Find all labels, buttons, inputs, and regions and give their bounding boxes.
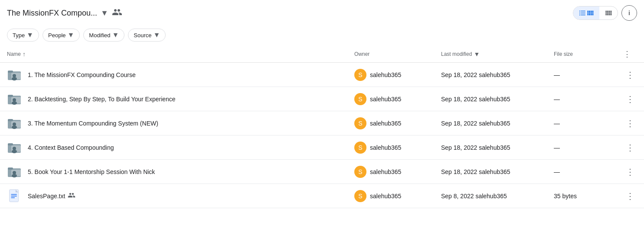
filters-bar: Type ▼ People ▼ Modified ▼ Source ▼ (0, 24, 644, 46)
avatar: S (354, 117, 366, 129)
size-cell: — (554, 96, 623, 103)
modified-cell: Sep 8, 2022 salehub365 (441, 193, 554, 200)
file-name-cell: 1. The MissionFX Compounding Course (7, 67, 354, 83)
filter-source-chevron-icon: ▼ (154, 31, 160, 39)
svg-rect-6 (8, 95, 13, 97)
more-options-button[interactable]: ⋮ (623, 141, 637, 155)
list-view-button[interactable] (573, 6, 599, 19)
owner-name: salehub365 (370, 193, 401, 200)
header-right: i (573, 5, 637, 21)
folder-icon (7, 67, 23, 83)
file-name-with-shared: SalesPage.txt (28, 191, 75, 201)
column-name[interactable]: Name ↑ (7, 51, 354, 58)
owner-cell: S salehub365 (354, 166, 441, 178)
modified-cell: Sep 18, 2022 salehub365 (441, 120, 554, 127)
filter-type-label: Type (13, 32, 25, 39)
owner-cell: S salehub365 (354, 69, 441, 81)
page-title: The MissionFX Compou... (7, 9, 97, 18)
column-last-modified[interactable]: Last modified ▼ (441, 51, 554, 58)
view-toggle (573, 6, 618, 20)
info-button[interactable]: i (621, 5, 637, 21)
folder-icon (7, 91, 23, 107)
table-row[interactable]: 3. The Momentum Compounding System (NEW)… (0, 111, 644, 135)
avatar: S (354, 93, 366, 105)
svg-rect-16 (8, 143, 13, 145)
svg-point-4 (12, 77, 17, 81)
file-name-cell: 4. Context Based Compounding (7, 140, 354, 155)
owner-cell: S salehub365 (354, 93, 441, 105)
owner-name: salehub365 (370, 168, 401, 175)
svg-point-13 (13, 122, 16, 126)
filter-modified-label: Modified (89, 32, 110, 39)
svg-point-18 (13, 147, 16, 150)
table-header-row: Name ↑ Owner Last modified ▼ File size ⋮ (0, 46, 644, 63)
table-row[interactable]: 1. The MissionFX Compounding Course S sa… (0, 63, 644, 87)
more-options-button[interactable]: ⋮ (623, 92, 637, 106)
svg-rect-1 (8, 71, 13, 73)
size-cell: — (554, 120, 623, 127)
filter-type[interactable]: Type ▼ (7, 29, 39, 42)
more-options-button[interactable]: ⋮ (623, 68, 637, 82)
filter-modified-chevron-icon: ▼ (112, 31, 119, 39)
header-left: The MissionFX Compou... ▼ (7, 7, 122, 19)
header: The MissionFX Compou... ▼ (0, 0, 644, 24)
folder-icon (7, 140, 23, 155)
filter-source-label: Source (134, 32, 151, 39)
column-file-size: File size (554, 51, 623, 57)
modified-cell: Sep 18, 2022 salehub365 (441, 71, 554, 78)
grid-view-button[interactable] (599, 6, 618, 19)
filter-modified[interactable]: Modified ▼ (83, 29, 124, 42)
filter-source[interactable]: Source ▼ (128, 29, 166, 42)
svg-point-19 (12, 150, 17, 153)
avatar: S (354, 142, 366, 154)
table-row[interactable]: 5. Book Your 1-1 Mentorship Session With… (0, 160, 644, 184)
size-cell: 35 bytes (554, 193, 623, 200)
shared-people-icon[interactable] (112, 7, 122, 19)
filter-people-label: People (48, 32, 65, 39)
owner-name: salehub365 (370, 120, 401, 127)
file-name-cell: 5. Book Your 1-1 Mentorship Session With… (7, 164, 354, 180)
avatar: S (354, 166, 366, 178)
owner-cell: S salehub365 (354, 190, 441, 202)
svg-point-3 (13, 74, 16, 77)
document-icon (7, 188, 23, 204)
sort-descending-icon: ▼ (474, 51, 480, 58)
owner-cell: S salehub365 (354, 142, 441, 154)
sort-ascending-icon: ↑ (23, 51, 26, 58)
shared-icon (68, 191, 75, 201)
file-name: SalesPage.txt (28, 193, 65, 200)
avatar: S (354, 190, 366, 202)
size-cell: — (554, 144, 623, 151)
folder-icon (7, 116, 23, 131)
modified-cell: Sep 18, 2022 salehub365 (441, 144, 554, 151)
owner-name: salehub365 (370, 96, 401, 103)
more-options-button[interactable]: ⋮ (623, 165, 637, 179)
filter-people[interactable]: People ▼ (42, 29, 80, 42)
file-name: 1. The MissionFX Compounding Course (28, 71, 136, 78)
svg-rect-21 (8, 168, 13, 170)
file-name: 5. Book Your 1-1 Mentorship Session With… (28, 168, 155, 175)
owner-name: salehub365 (370, 71, 401, 78)
file-name-cell: 2. Backtesting, Step By Step, To Build Y… (7, 91, 354, 107)
owner-name: salehub365 (370, 144, 401, 151)
svg-point-24 (12, 174, 17, 177)
more-options-button[interactable]: ⋮ (623, 116, 637, 130)
filter-people-chevron-icon: ▼ (68, 31, 75, 39)
table-row[interactable]: SalesPage.txt S salehub365 Sep 8, 2022 s… (0, 184, 644, 208)
file-name-cell: 3. The Momentum Compounding System (NEW) (7, 116, 354, 131)
file-table: Name ↑ Owner Last modified ▼ File size ⋮ (0, 46, 644, 208)
filter-type-chevron-icon: ▼ (26, 31, 33, 39)
table-row[interactable]: 4. Context Based Compounding S salehub36… (0, 135, 644, 160)
size-cell: — (554, 71, 623, 78)
column-more: ⋮ (623, 49, 637, 59)
table-row[interactable]: 2. Backtesting, Step By Step, To Build Y… (0, 87, 644, 111)
svg-rect-11 (8, 119, 13, 121)
column-owner: Owner (354, 51, 441, 57)
more-options-button[interactable]: ⋮ (623, 189, 637, 203)
svg-point-14 (12, 126, 17, 129)
title-dropdown-icon[interactable]: ▼ (101, 9, 108, 18)
svg-point-9 (12, 101, 17, 105)
modified-cell: Sep 18, 2022 salehub365 (441, 96, 554, 103)
modified-cell: Sep 18, 2022 salehub365 (441, 168, 554, 175)
folder-icon (7, 164, 23, 180)
